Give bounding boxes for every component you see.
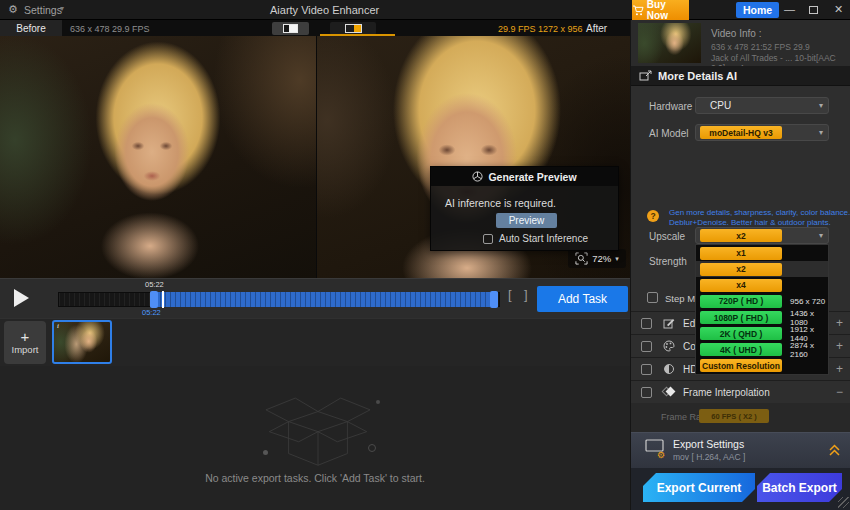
timeline-selection[interactable] xyxy=(150,292,498,307)
edit-checkbox[interactable] xyxy=(641,318,652,329)
generate-preview-dialog: Generate Preview AI inference is require… xyxy=(430,166,619,251)
panel-frame-interpolation[interactable]: Frame Interpolation − xyxy=(631,380,850,403)
playback-bar: 05:22 05:22 [ ] Add Task xyxy=(0,278,630,318)
upscale-option-x2[interactable]: x2 xyxy=(696,261,828,277)
media-thumbnail[interactable]: i xyxy=(52,320,112,364)
hdr-checkbox[interactable] xyxy=(641,364,652,375)
selection-end-handle[interactable] xyxy=(490,291,498,308)
settings-chevron-down-icon[interactable]: ▾ xyxy=(60,4,64,13)
play-button[interactable] xyxy=(14,289,29,307)
settings-gear-icon[interactable]: ⚙ xyxy=(8,3,18,16)
playhead[interactable] xyxy=(162,291,164,308)
upscale-option-x4[interactable]: x4 xyxy=(696,277,828,293)
model-hint-line2: Deblur+Denoise. Better hair & outdoor pl… xyxy=(669,218,831,227)
import-button[interactable]: + Import xyxy=(4,321,46,364)
more-details-ai-title: More Details AI xyxy=(658,70,737,82)
auto-start-label: Auto Start Inference xyxy=(499,233,588,244)
dialog-header: Generate Preview xyxy=(431,167,618,186)
buy-now-button[interactable]: Buy Now xyxy=(632,0,689,20)
upscale-option-custom[interactable]: Custom Resolution xyxy=(696,358,828,374)
split-view-icon xyxy=(283,24,298,33)
app-window: ⚙ Settings ▾ Aiarty Video Enhancer Buy N… xyxy=(0,0,850,510)
export-settings-section[interactable]: ⚙ Export Settings mov [ H.264, AAC ] xyxy=(631,432,850,468)
magnifier-icon xyxy=(575,252,588,265)
chevron-down-icon: ▾ xyxy=(819,128,823,137)
upscale-option-4k[interactable]: 4K ( UHD ) 2874 x 2160 xyxy=(696,342,828,358)
video-info-specs: 636 x 478 21:52 FPS 29.9 xyxy=(711,42,810,52)
pane-divider xyxy=(316,36,317,278)
double-chevron-up-icon[interactable] xyxy=(828,443,841,457)
option-pill: 4K ( UHD ) xyxy=(700,343,782,356)
upscale-option-x1[interactable]: x1 xyxy=(696,245,828,261)
upscale-option-720p[interactable]: 720P ( HD ) 956 x 720 xyxy=(696,293,828,309)
help-icon: ? xyxy=(647,210,659,222)
selection-start-handle[interactable] xyxy=(150,291,158,308)
media-strip: + Import i xyxy=(0,318,630,366)
enhance-icon xyxy=(639,70,652,82)
frame-interpolation-checkbox[interactable] xyxy=(641,387,652,398)
minimize-button[interactable]: — xyxy=(784,3,795,15)
hdr-icon xyxy=(662,364,676,374)
auto-start-checkbox[interactable] xyxy=(483,234,493,244)
close-button[interactable]: ✕ xyxy=(834,3,843,16)
sidebar: Video Info : 636 x 478 21:52 FPS 29.9 Ja… xyxy=(630,20,850,510)
option-resolution: 956 x 720 xyxy=(790,297,825,306)
view-mode-split-button[interactable] xyxy=(272,22,309,35)
preview-button[interactable]: Preview xyxy=(496,213,557,228)
zoom-level-value: 72% xyxy=(592,253,611,264)
settings-menu[interactable]: Settings xyxy=(24,4,62,16)
maximize-button[interactable] xyxy=(809,6,818,14)
batch-export-button[interactable]: Batch Export xyxy=(757,473,842,502)
after-label: After xyxy=(586,23,607,34)
export-settings-label: Export Settings xyxy=(673,438,744,450)
upscale-value: x2 xyxy=(700,229,782,242)
video-info-thumbnail[interactable] xyxy=(638,23,701,63)
option-pill: x1 xyxy=(700,247,782,260)
edit-icon xyxy=(662,317,676,329)
buy-now-label: Buy Now xyxy=(647,0,689,21)
option-pill: 720P ( HD ) xyxy=(700,295,782,308)
resize-grip[interactable] xyxy=(838,497,849,508)
dialog-title: Generate Preview xyxy=(488,171,576,183)
import-label: Import xyxy=(12,344,39,355)
export-buttons-strip: Export Current Batch Export xyxy=(631,468,850,510)
hardware-value: CPU xyxy=(710,100,731,111)
title-bar: ⚙ Settings ▾ Aiarty Video Enhancer Buy N… xyxy=(0,0,850,20)
decor-dot xyxy=(376,400,380,404)
selection-time-label: 05:22 xyxy=(142,308,161,317)
empty-state-message: No active export tasks. Click 'Add Task'… xyxy=(0,472,630,484)
upscale-select[interactable]: x2 ▾ xyxy=(695,227,829,244)
edit-expand-button[interactable]: + xyxy=(836,316,843,330)
hardware-label: Hardware xyxy=(649,101,692,112)
home-button[interactable]: Home xyxy=(736,2,779,18)
more-details-ai-header[interactable]: More Details AI xyxy=(631,66,850,86)
set-in-point-button[interactable]: [ xyxy=(508,287,512,302)
option-resolution: 2874 x 2160 xyxy=(790,341,828,359)
frame-interpolation-collapse-button[interactable]: − xyxy=(836,385,843,399)
add-task-button[interactable]: Add Task xyxy=(537,286,628,312)
export-current-button[interactable]: Export Current xyxy=(643,473,755,502)
color-checkbox[interactable] xyxy=(641,341,652,352)
hardware-select[interactable]: CPU ▾ xyxy=(695,97,829,114)
ai-model-select[interactable]: moDetail-HQ v3 ▾ xyxy=(695,124,829,141)
upscale-option-1080p[interactable]: 1080P ( FHD ) 1436 x 1080 xyxy=(696,310,828,326)
step-mode-checkbox[interactable] xyxy=(647,292,658,303)
empty-box-illustration xyxy=(250,388,386,472)
frame-interpolation-body: Frame Rate 60 FPS ( X2 ) xyxy=(631,403,850,432)
tab-before[interactable]: Before xyxy=(0,20,62,36)
export-format-value: mov [ H.264, AAC ] xyxy=(673,452,745,462)
set-out-point-button[interactable]: ] xyxy=(524,287,528,302)
active-view-underline xyxy=(320,34,395,37)
chevron-down-icon: ▾ xyxy=(819,101,823,110)
palette-icon xyxy=(662,340,676,352)
before-resolution-info: 636 x 478 29.9 FPS xyxy=(70,24,150,34)
option-pill: 1080P ( FHD ) xyxy=(700,311,782,324)
compare-view-icon xyxy=(345,24,362,33)
frame-rate-select[interactable]: 60 FPS ( X2 ) xyxy=(699,409,769,423)
option-pill: x2 xyxy=(700,263,782,276)
zoom-control[interactable]: 72% ▾ xyxy=(568,249,626,268)
auto-start-row: Auto Start Inference xyxy=(483,233,588,244)
upscale-option-2k[interactable]: 2K ( QHD ) 1912 x 1440 xyxy=(696,326,828,342)
hdr-expand-button[interactable]: + xyxy=(836,362,843,376)
color-expand-button[interactable]: + xyxy=(836,339,843,353)
